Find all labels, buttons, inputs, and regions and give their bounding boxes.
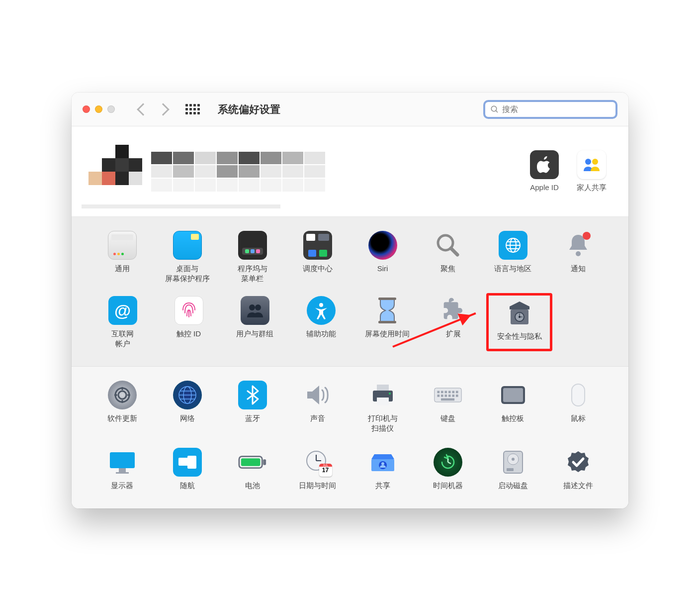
pref-label: 键盘 xyxy=(440,413,455,423)
system-preferences-window: 系统偏好设置 Apple ID xyxy=(72,93,628,508)
pref-keyboard[interactable]: 键盘 xyxy=(415,378,480,436)
pref-spotlight[interactable]: 聚焦 xyxy=(415,228,480,286)
printers-icon xyxy=(368,381,397,409)
svg-point-37 xyxy=(389,393,391,395)
prefs-section-1: 通用 桌面与 屏幕保护程序 程序坞与 菜单栏 xyxy=(72,217,628,367)
apple-id-button[interactable]: Apple ID xyxy=(530,150,559,193)
pref-battery[interactable]: 电池 xyxy=(220,445,285,494)
pref-mouse[interactable]: 鼠标 xyxy=(545,378,611,436)
forward-button[interactable] xyxy=(157,103,169,115)
svg-rect-45 xyxy=(437,395,439,397)
search-field[interactable] xyxy=(483,100,617,119)
svg-rect-16 xyxy=(378,321,396,323)
zoom-button[interactable] xyxy=(107,105,115,113)
svg-rect-39 xyxy=(437,391,439,394)
svg-point-3 xyxy=(592,159,598,165)
show-all-button[interactable] xyxy=(185,104,200,114)
time-machine-icon xyxy=(434,448,462,477)
pref-desktop[interactable]: 桌面与 屏幕保护程序 xyxy=(155,228,220,286)
svg-rect-62 xyxy=(263,459,266,465)
pref-language[interactable]: 语言与地区 xyxy=(480,228,545,286)
svg-point-2 xyxy=(585,159,591,165)
pref-label: 日期与时间 xyxy=(299,481,336,491)
touch-id-icon xyxy=(175,296,203,325)
pref-general[interactable]: 通用 xyxy=(89,228,155,286)
pref-dock[interactable]: 程序坞与 菜单栏 xyxy=(220,228,285,286)
pref-label: 桌面与 屏幕保护程序 xyxy=(165,264,210,283)
svg-rect-46 xyxy=(440,395,443,397)
svg-rect-36 xyxy=(377,398,389,405)
notifications-icon xyxy=(564,231,593,260)
pref-time-machine[interactable]: 时间机器 xyxy=(415,445,480,494)
mission-control-icon xyxy=(303,231,332,260)
pref-accessibility[interactable]: 辅助功能 xyxy=(288,293,354,351)
pref-network[interactable]: 网络 xyxy=(155,378,220,436)
pref-security-privacy[interactable]: 安全性与隐私 xyxy=(486,293,552,351)
svg-rect-74 xyxy=(507,468,514,471)
family-sharing-label: 家人共享 xyxy=(577,183,607,193)
pref-label: 通知 xyxy=(571,264,586,274)
pref-displays[interactable]: 显示器 xyxy=(89,445,155,494)
pref-sound[interactable]: 声音 xyxy=(285,378,350,436)
pref-label: 安全性与隐私 xyxy=(497,331,542,341)
pref-label: 聚焦 xyxy=(440,264,455,274)
svg-rect-47 xyxy=(444,395,447,397)
pref-startup-disk[interactable]: 启动磁盘 xyxy=(480,445,545,494)
pref-label: 打印机与 扫描仪 xyxy=(368,413,398,433)
pref-sidecar[interactable]: 随航 xyxy=(155,445,220,494)
pref-label: 调度中心 xyxy=(303,264,333,274)
user-avatar xyxy=(88,145,142,199)
pref-software-update[interactable]: 软件更新 xyxy=(89,378,155,436)
desktop-icon xyxy=(173,231,202,260)
pref-label: 软件更新 xyxy=(107,413,137,423)
back-button[interactable] xyxy=(137,103,149,115)
pref-label: 声音 xyxy=(310,413,325,423)
svg-rect-55 xyxy=(110,452,135,468)
profiles-icon xyxy=(564,448,593,477)
pref-trackpad[interactable]: 触控板 xyxy=(480,378,545,436)
search-input[interactable] xyxy=(502,105,611,114)
pref-label: 时间机器 xyxy=(433,481,463,491)
window-controls xyxy=(83,105,115,113)
redacted-bar xyxy=(82,204,280,208)
pref-screen-time[interactable]: 屏幕使用时间 xyxy=(354,293,420,351)
pref-internet-accounts[interactable]: @ 互联网 帐户 xyxy=(89,293,156,351)
pref-sharing[interactable]: 共享 xyxy=(350,445,415,494)
pref-users-groups[interactable]: 用户与群组 xyxy=(222,293,288,351)
svg-rect-53 xyxy=(503,388,523,402)
toolbar: 系统偏好设置 xyxy=(72,93,628,126)
internet-accounts-icon: @ xyxy=(108,296,137,325)
svg-point-13 xyxy=(255,304,261,310)
pref-touch-id[interactable]: 触控 ID xyxy=(156,293,222,351)
svg-line-1 xyxy=(496,110,498,112)
trackpad-icon xyxy=(499,381,527,409)
family-sharing-button[interactable]: 家人共享 xyxy=(577,150,607,193)
svg-line-70 xyxy=(448,462,451,464)
pref-bluetooth[interactable]: 蓝牙 xyxy=(220,378,285,436)
pref-date-time[interactable]: JUL17 日期与时间 xyxy=(285,445,350,494)
battery-icon xyxy=(238,448,267,477)
svg-rect-51 xyxy=(440,399,454,401)
sharing-icon xyxy=(368,448,397,477)
sidecar-icon xyxy=(173,448,202,477)
pref-label: 网络 xyxy=(180,413,195,423)
pref-profiles[interactable]: 描述文件 xyxy=(545,445,611,494)
minimize-button[interactable] xyxy=(95,105,102,113)
pref-label: 触控板 xyxy=(502,413,524,423)
pref-mission-control[interactable]: 调度中心 xyxy=(285,228,350,286)
security-icon xyxy=(505,299,534,327)
pref-label: 通用 xyxy=(115,264,130,274)
pref-printers[interactable]: 打印机与 扫描仪 xyxy=(350,378,415,436)
pref-label: 启动磁盘 xyxy=(498,481,528,491)
siri-icon xyxy=(368,231,397,260)
dock-icon xyxy=(238,231,267,260)
close-button[interactable] xyxy=(83,105,90,113)
pref-label: 描述文件 xyxy=(563,481,593,491)
svg-rect-54 xyxy=(572,384,585,406)
family-sharing-icon xyxy=(577,150,606,179)
pref-label: 语言与地区 xyxy=(494,264,531,274)
window-title: 系统偏好设置 xyxy=(218,102,280,116)
date-time-icon: JUL17 xyxy=(303,448,332,477)
pref-siri[interactable]: Siri xyxy=(350,228,415,286)
pref-notifications[interactable]: 通知 xyxy=(545,228,611,286)
